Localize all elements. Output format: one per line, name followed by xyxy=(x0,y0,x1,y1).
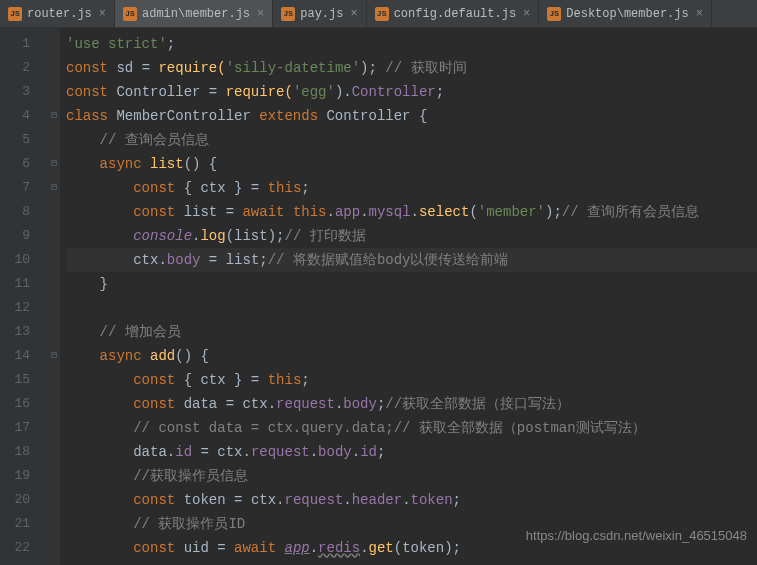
code-line: async add() { xyxy=(66,344,757,368)
code-line xyxy=(66,296,757,320)
line-number: 2 xyxy=(0,56,48,80)
fold-marker[interactable]: ⊟ xyxy=(48,152,60,176)
tab-label: router.js xyxy=(27,7,92,21)
fold-marker[interactable] xyxy=(48,536,60,560)
fold-marker[interactable] xyxy=(48,128,60,152)
close-icon[interactable]: × xyxy=(523,7,530,21)
tab-bar: JSrouter.js× JSadmin\member.js× JSpay.js… xyxy=(0,0,757,28)
code-line: 'use strict'; xyxy=(66,32,757,56)
js-icon: JS xyxy=(123,7,137,21)
tab-admin-member[interactable]: JSadmin\member.js× xyxy=(115,0,273,27)
line-number: 21 xyxy=(0,512,48,536)
line-number: 13 xyxy=(0,320,48,344)
line-number: 14 xyxy=(0,344,48,368)
close-icon[interactable]: × xyxy=(257,7,264,21)
watermark: https://blog.csdn.net/weixin_46515048 xyxy=(526,528,747,543)
fold-marker[interactable] xyxy=(48,392,60,416)
fold-marker[interactable] xyxy=(48,296,60,320)
fold-marker[interactable] xyxy=(48,56,60,80)
line-number: 19 xyxy=(0,464,48,488)
code-line: const { ctx } = this; xyxy=(66,368,757,392)
fold-gutter: ⊟ ⊟ ⊟ ⊟ xyxy=(48,28,60,565)
line-number: 15 xyxy=(0,368,48,392)
line-number: 11 xyxy=(0,272,48,296)
code-line: ctx.body = list;// 将数据赋值给body以便传送给前端 xyxy=(66,248,757,272)
js-icon: JS xyxy=(375,7,389,21)
tab-router[interactable]: JSrouter.js× xyxy=(0,0,115,27)
code-line: data.id = ctx.request.body.id; xyxy=(66,440,757,464)
fold-marker[interactable] xyxy=(48,488,60,512)
tab-label: Desktop\member.js xyxy=(566,7,688,21)
fold-marker[interactable] xyxy=(48,248,60,272)
code-line: } xyxy=(66,272,757,296)
line-number: 10 xyxy=(0,248,48,272)
fold-marker[interactable] xyxy=(48,464,60,488)
tab-config-default[interactable]: JSconfig.default.js× xyxy=(367,0,540,27)
tab-label: config.default.js xyxy=(394,7,516,21)
fold-marker[interactable] xyxy=(48,512,60,536)
code-line: //获取操作员信息 xyxy=(66,464,757,488)
line-number: 1 xyxy=(0,32,48,56)
close-icon[interactable]: × xyxy=(696,7,703,21)
editor: 1 2 3 4 5 6 7 8 9 10 11 12 13 14 15 16 1… xyxy=(0,28,757,565)
code-line: const token = ctx.request.header.token; xyxy=(66,488,757,512)
fold-marker[interactable]: ⊟ xyxy=(48,176,60,200)
fold-marker[interactable]: ⊟ xyxy=(48,344,60,368)
tab-label: pay.js xyxy=(300,7,343,21)
line-number: 18 xyxy=(0,440,48,464)
line-number: 22 xyxy=(0,536,48,560)
code-line: const data = ctx.request.body;//获取全部数据（接… xyxy=(66,392,757,416)
line-number: 8 xyxy=(0,200,48,224)
fold-marker[interactable] xyxy=(48,440,60,464)
line-number: 7 xyxy=(0,176,48,200)
fold-marker[interactable] xyxy=(48,80,60,104)
close-icon[interactable]: × xyxy=(99,7,106,21)
line-number: 3 xyxy=(0,80,48,104)
line-number: 9 xyxy=(0,224,48,248)
js-icon: JS xyxy=(281,7,295,21)
close-icon[interactable]: × xyxy=(350,7,357,21)
code-line: const { ctx } = this; xyxy=(66,176,757,200)
line-number: 6 xyxy=(0,152,48,176)
fold-marker[interactable] xyxy=(48,320,60,344)
fold-marker[interactable] xyxy=(48,32,60,56)
code-line: class MemberController extends Controlle… xyxy=(66,104,757,128)
code-area[interactable]: 'use strict'; const sd = require('silly-… xyxy=(60,28,757,565)
fold-marker[interactable]: ⊟ xyxy=(48,104,60,128)
line-number: 16 xyxy=(0,392,48,416)
code-line: const Controller = require('egg').Contro… xyxy=(66,80,757,104)
code-line: const list = await this.app.mysql.select… xyxy=(66,200,757,224)
line-number: 12 xyxy=(0,296,48,320)
fold-marker[interactable] xyxy=(48,416,60,440)
code-line: // const data = ctx.query.data;// 获取全部数据… xyxy=(66,416,757,440)
fold-marker[interactable] xyxy=(48,272,60,296)
code-line: const sd = require('silly-datetime'); //… xyxy=(66,56,757,80)
line-number: 5 xyxy=(0,128,48,152)
fold-marker[interactable] xyxy=(48,368,60,392)
line-gutter: 1 2 3 4 5 6 7 8 9 10 11 12 13 14 15 16 1… xyxy=(0,28,48,565)
line-number: 4 xyxy=(0,104,48,128)
fold-marker[interactable] xyxy=(48,200,60,224)
js-icon: JS xyxy=(547,7,561,21)
tab-desktop-member[interactable]: JSDesktop\member.js× xyxy=(539,0,712,27)
code-line: // 查询会员信息 xyxy=(66,128,757,152)
code-line: console.log(list);// 打印数据 xyxy=(66,224,757,248)
tab-pay[interactable]: JSpay.js× xyxy=(273,0,366,27)
code-line: async list() { xyxy=(66,152,757,176)
line-number: 20 xyxy=(0,488,48,512)
js-icon: JS xyxy=(8,7,22,21)
tab-label: admin\member.js xyxy=(142,7,250,21)
line-number: 17 xyxy=(0,416,48,440)
code-line: // 增加会员 xyxy=(66,320,757,344)
fold-marker[interactable] xyxy=(48,224,60,248)
